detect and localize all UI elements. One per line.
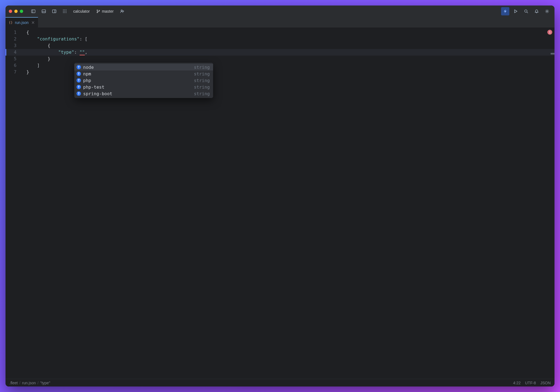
- line-number: 3: [6, 42, 21, 49]
- close-window-button[interactable]: [9, 10, 12, 13]
- completion-item[interactable]: Tnodestring: [74, 64, 213, 70]
- type-icon: T: [77, 85, 81, 89]
- notifications-icon[interactable]: [532, 7, 541, 15]
- svg-point-18: [121, 10, 122, 11]
- svg-point-20: [547, 11, 548, 12]
- add-collaborator-icon[interactable]: [118, 7, 126, 15]
- svg-point-10: [64, 11, 65, 12]
- code-line[interactable]: 1{: [6, 29, 554, 36]
- completion-item[interactable]: Tphpstring: [74, 77, 213, 84]
- svg-point-7: [64, 10, 65, 10]
- code-line[interactable]: 5 }: [6, 56, 554, 62]
- code-content[interactable]: }: [21, 56, 50, 62]
- close-tab-icon[interactable]: [31, 20, 35, 25]
- svg-point-16: [97, 12, 98, 13]
- run-icon[interactable]: [512, 7, 520, 15]
- code-line[interactable]: 4 "type": "",: [6, 49, 554, 56]
- completion-popup: TnodestringTnpmstringTphpstringTphp-test…: [74, 63, 213, 98]
- svg-point-9: [63, 11, 64, 12]
- completion-type: string: [194, 65, 210, 70]
- json-file-icon: [9, 21, 13, 24]
- window-controls: [9, 10, 23, 13]
- code-line[interactable]: 2 "configurations": [: [6, 36, 554, 42]
- svg-point-11: [66, 11, 66, 12]
- code-line[interactable]: 3 {: [6, 42, 554, 49]
- completion-name: node: [83, 65, 94, 70]
- svg-point-14: [66, 12, 66, 13]
- completion-name: npm: [83, 71, 91, 77]
- line-number: 7: [6, 69, 21, 75]
- completion-type: string: [194, 85, 210, 90]
- crumb-segment[interactable]: .fleet: [9, 381, 18, 385]
- editor-area[interactable]: 1 1{2 "configurations": [3 {4 "type": ""…: [6, 28, 554, 379]
- type-icon: T: [77, 72, 81, 76]
- code-content[interactable]: ]: [21, 62, 40, 69]
- svg-rect-2: [42, 10, 46, 13]
- completion-name: spring-boot: [83, 91, 112, 96]
- svg-rect-0: [32, 10, 35, 13]
- apps-grid-icon[interactable]: [61, 7, 69, 15]
- type-icon: T: [77, 78, 81, 83]
- branch-icon: [96, 9, 100, 13]
- crumb-segment[interactable]: run.json: [22, 381, 36, 385]
- status-bar: .fleet/run.json/"type" 4:22 UTF-8 JSON: [6, 379, 554, 386]
- completion-type: string: [194, 71, 210, 77]
- completion-type: string: [194, 78, 210, 83]
- tab-bar: run.json: [6, 17, 554, 28]
- code-content[interactable]: "configurations": [: [21, 36, 88, 42]
- tab-filename: run.json: [15, 20, 29, 25]
- line-number: 1: [6, 29, 21, 36]
- line-number: 4: [6, 49, 21, 56]
- titlebar: calculator master: [6, 6, 554, 17]
- completion-name: php-test: [83, 85, 104, 90]
- code-content[interactable]: {: [21, 29, 29, 36]
- tab-run-json[interactable]: run.json: [6, 17, 38, 28]
- breadcrumb[interactable]: .fleet/run.json/"type": [9, 381, 50, 385]
- svg-point-6: [63, 10, 64, 10]
- svg-point-17: [99, 10, 100, 11]
- svg-point-19: [525, 10, 527, 12]
- svg-point-12: [63, 12, 64, 13]
- type-icon: T: [77, 65, 81, 69]
- file-encoding[interactable]: UTF-8: [525, 381, 536, 385]
- line-number: 5: [6, 56, 21, 62]
- code-content[interactable]: "type": "",: [21, 49, 88, 56]
- completion-item[interactable]: Tphp-teststring: [74, 84, 213, 90]
- file-language[interactable]: JSON: [540, 381, 551, 385]
- completion-type: string: [194, 91, 210, 96]
- project-name[interactable]: calculator: [71, 9, 92, 13]
- git-branch-button[interactable]: master: [94, 9, 116, 13]
- svg-point-8: [66, 10, 66, 10]
- minimap-marker: [551, 53, 554, 55]
- crumb-separator: /: [19, 381, 20, 385]
- minimize-window-button[interactable]: [14, 10, 18, 13]
- code-content[interactable]: }: [21, 69, 29, 75]
- settings-icon[interactable]: [543, 7, 551, 15]
- svg-point-13: [64, 12, 65, 13]
- panel-right-icon[interactable]: [50, 7, 58, 15]
- crumb-segment[interactable]: "type": [40, 381, 50, 385]
- svg-point-15: [97, 10, 98, 10]
- line-number: 6: [6, 62, 21, 69]
- branch-name: master: [102, 9, 114, 13]
- cursor-position[interactable]: 4:22: [513, 381, 521, 385]
- search-icon[interactable]: [522, 7, 530, 15]
- error-count-badge[interactable]: 1: [547, 30, 552, 35]
- completion-name: php: [83, 78, 91, 83]
- editor-window: calculator master run.json: [6, 6, 554, 386]
- panel-left-icon[interactable]: [29, 7, 37, 15]
- crumb-separator: /: [37, 381, 39, 385]
- line-number: 2: [6, 36, 21, 42]
- completion-item[interactable]: Tspring-bootstring: [74, 90, 213, 97]
- panel-bottom-icon[interactable]: [40, 7, 48, 15]
- fullscreen-window-button[interactable]: [20, 10, 23, 13]
- svg-rect-4: [53, 10, 56, 13]
- code-content[interactable]: {: [21, 42, 50, 49]
- completion-item[interactable]: Tnpmstring: [74, 70, 213, 77]
- smart-mode-icon[interactable]: [501, 7, 509, 15]
- type-icon: T: [77, 91, 81, 96]
